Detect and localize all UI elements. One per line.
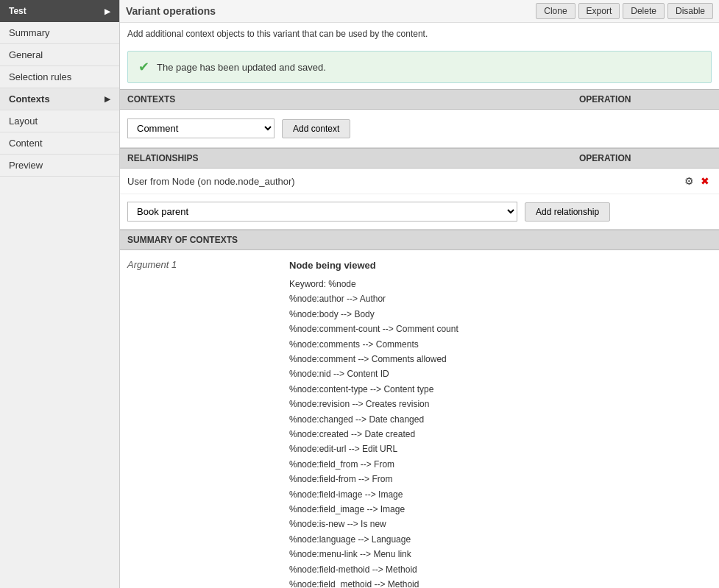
- relationships-section: User from Node (on node.node_author) ⚙ ✖…: [120, 169, 719, 230]
- sidebar-item-summary[interactable]: Summary: [0, 22, 119, 44]
- relationships-header-title: RELATIONSHIPS: [127, 153, 579, 163]
- top-bar-actions: Clone Export Delete Disable: [536, 3, 713, 19]
- top-bar: Variant operations Clone Export Delete D…: [120, 0, 719, 23]
- contexts-operation-header: OPERATION: [579, 94, 712, 105]
- summary-item: %node:author --> Author: [289, 291, 712, 306]
- sidebar-header[interactable]: Test ▶: [0, 0, 119, 22]
- summary-item: %node:field_methoid --> Methoid: [289, 577, 712, 588]
- success-text: The page has been updated and saved.: [157, 62, 326, 73]
- export-button[interactable]: Export: [578, 3, 620, 19]
- keyword-line: Keyword: %node: [289, 277, 712, 291]
- relationship-delete-icon[interactable]: ✖: [698, 174, 712, 188]
- summary-item: %node:nid --> Content ID: [289, 366, 712, 381]
- success-message: ✔ The page has been updated and saved.: [127, 51, 712, 83]
- summary-item: %node:changed --> Date changed: [289, 412, 712, 427]
- summary-section: SUMMARY OF CONTEXTS Argument 1 Node bein…: [120, 230, 719, 588]
- node-title: Node being viewed: [289, 258, 712, 274]
- summary-item: %node:comment --> Comments allowed: [289, 352, 712, 366]
- delete-button[interactable]: Delete: [623, 3, 665, 19]
- summary-item: %node:edit-url --> Edit URL: [289, 442, 712, 456]
- relationship-settings-icon[interactable]: ⚙: [682, 174, 695, 188]
- relationship-row: User from Node (on node.node_author) ⚙ ✖: [120, 169, 719, 194]
- main-content: Variant operations Clone Export Delete D…: [120, 0, 719, 588]
- contexts-section-content: Comment Node User Term Taxonomy Add cont…: [120, 110, 719, 148]
- add-context-button[interactable]: Add context: [282, 119, 350, 138]
- summary-content: Argument 1 Node being viewed Keyword: %n…: [120, 250, 719, 588]
- description: Add additional context objects to this v…: [120, 23, 719, 45]
- summary-item: %node:is-new --> Is new: [289, 517, 712, 531]
- success-icon: ✔: [138, 59, 149, 75]
- summary-item: %node:created --> Date created: [289, 427, 712, 442]
- summary-item: %node:comments --> Comments: [289, 337, 712, 352]
- sidebar-header-label: Test: [9, 6, 26, 16]
- relationship-select[interactable]: Book parent Author Taxonomy term Related…: [127, 202, 517, 222]
- summary-header-title: SUMMARY OF CONTEXTS: [127, 235, 238, 245]
- add-relationship-button[interactable]: Add relationship: [525, 202, 610, 222]
- argument-label: Argument 1: [127, 258, 289, 588]
- contexts-section-header: CONTEXTS OPERATION: [120, 89, 719, 110]
- disable-button[interactable]: Disable: [667, 3, 713, 19]
- summary-item: %node:field_image --> Image: [289, 502, 712, 517]
- relationship-name: User from Node (on node.node_author): [127, 176, 682, 187]
- context-row: Comment Node User Term Taxonomy Add cont…: [127, 118, 712, 138]
- sidebar-item-contexts-arrow: ▶: [105, 95, 110, 103]
- summary-item: %node:revision --> Creates revision: [289, 397, 712, 411]
- relationships-operation-header: OPERATION: [579, 153, 712, 163]
- sidebar-item-preview[interactable]: Preview: [0, 155, 119, 177]
- contexts-header-title: CONTEXTS: [127, 94, 579, 105]
- context-select[interactable]: Comment Node User Term Taxonomy: [127, 118, 275, 138]
- page-title: Variant operations: [126, 5, 216, 17]
- summary-item: %node:field_from --> From: [289, 457, 712, 472]
- summary-item: %node:field-methoid --> Methoid: [289, 562, 712, 577]
- clone-button[interactable]: Clone: [536, 3, 575, 19]
- sidebar: Test ▶ SummaryGeneralSelection rulesCont…: [0, 0, 120, 588]
- sidebar-item-general[interactable]: General: [0, 44, 119, 66]
- summary-item: %node:language --> Language: [289, 532, 712, 547]
- summary-item: %node:field-image --> Image: [289, 487, 712, 502]
- summary-item: %node:comment-count --> Comment count: [289, 322, 712, 336]
- summary-section-header: SUMMARY OF CONTEXTS: [120, 230, 719, 250]
- sidebar-item-selection-rules[interactable]: Selection rules: [0, 66, 119, 88]
- summary-right: Node being viewed Keyword: %node %node:a…: [289, 258, 712, 588]
- sidebar-arrow-icon: ▶: [105, 7, 110, 15]
- summary-item: %node:field-from --> From: [289, 472, 712, 486]
- summary-item: %node:menu-link --> Menu link: [289, 547, 712, 562]
- summary-item: %node:body --> Body: [289, 307, 712, 322]
- sidebar-item-contexts[interactable]: Contexts▶: [0, 88, 119, 110]
- relationship-add-row: Book parent Author Taxonomy term Related…: [120, 194, 719, 229]
- sidebar-item-layout[interactable]: Layout: [0, 110, 119, 132]
- relationships-section-header: RELATIONSHIPS OPERATION: [120, 148, 719, 169]
- summary-item: %node:content-type --> Content type: [289, 382, 712, 397]
- sidebar-item-content[interactable]: Content: [0, 132, 119, 155]
- relationship-actions: ⚙ ✖: [682, 174, 712, 188]
